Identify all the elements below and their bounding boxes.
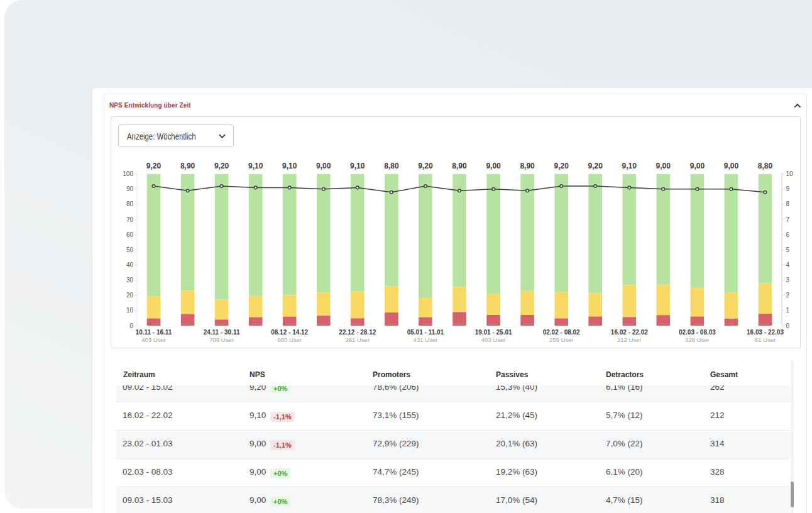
svg-text:10: 10	[786, 170, 794, 177]
svg-text:1: 1	[786, 307, 790, 314]
svg-text:61 User: 61 User	[755, 336, 776, 343]
svg-text:256 User: 256 User	[549, 336, 574, 343]
svg-text:8,80: 8,80	[758, 162, 773, 170]
svg-text:9,20: 9,20	[146, 162, 162, 170]
svg-text:5: 5	[786, 246, 790, 253]
svg-text:40: 40	[126, 262, 134, 268]
svg-text:90: 90	[126, 185, 134, 192]
svg-text:9,10: 9,10	[248, 162, 263, 170]
svg-text:9,00: 9,00	[486, 162, 501, 170]
svg-text:3: 3	[786, 277, 790, 284]
svg-text:660 User: 660 User	[277, 336, 302, 343]
svg-text:9,00: 9,00	[656, 162, 671, 170]
svg-text:212 User: 212 User	[617, 336, 642, 343]
svg-text:8,90: 8,90	[452, 162, 467, 170]
svg-text:0: 0	[786, 323, 790, 329]
svg-text:9,20: 9,20	[214, 162, 229, 170]
svg-text:8,90: 8,90	[180, 162, 195, 170]
svg-text:4: 4	[786, 262, 790, 268]
svg-text:24.11 - 30.11: 24.11 - 30.11	[204, 329, 240, 336]
svg-text:9,00: 9,00	[316, 162, 331, 170]
svg-text:0: 0	[129, 323, 133, 329]
svg-text:50: 50	[126, 246, 134, 253]
svg-text:08.12 - 14.12: 08.12 - 14.12	[271, 329, 308, 336]
svg-text:02.02 - 08.02: 02.02 - 08.02	[543, 329, 580, 336]
svg-text:22.12 - 28.12: 22.12 - 28.12	[339, 329, 376, 336]
svg-text:02.03 - 08.03: 02.03 - 08.03	[679, 329, 716, 336]
svg-text:9,10: 9,10	[622, 162, 637, 170]
svg-text:60: 60	[126, 231, 134, 238]
svg-text:16.02 - 22.02: 16.02 - 22.02	[611, 329, 648, 336]
svg-text:80: 80	[126, 201, 134, 207]
svg-text:10: 10	[126, 307, 134, 314]
svg-text:10.11 - 16.11: 10.11 - 16.11	[136, 329, 172, 336]
svg-text:6: 6	[786, 231, 790, 238]
svg-text:261 User: 261 User	[346, 336, 370, 343]
svg-text:403 User: 403 User	[141, 336, 166, 343]
svg-text:9,20: 9,20	[418, 162, 433, 170]
svg-text:8,90: 8,90	[520, 162, 535, 170]
svg-text:19.01 - 25.01: 19.01 - 25.01	[475, 329, 512, 336]
svg-text:9,20: 9,20	[554, 162, 569, 170]
svg-text:9,00: 9,00	[724, 162, 739, 170]
svg-text:70: 70	[126, 216, 134, 223]
svg-text:9,00: 9,00	[690, 162, 705, 170]
svg-text:100: 100	[123, 170, 133, 177]
svg-text:9,10: 9,10	[282, 162, 297, 170]
svg-text:9: 9	[786, 185, 790, 192]
svg-text:20: 20	[126, 292, 134, 299]
svg-text:328 User: 328 User	[685, 336, 710, 343]
svg-text:2: 2	[786, 292, 790, 299]
svg-text:9,10: 9,10	[350, 162, 365, 170]
svg-text:8: 8	[786, 201, 790, 207]
svg-text:30: 30	[126, 277, 134, 284]
svg-text:431 User: 431 User	[414, 336, 438, 343]
svg-text:7: 7	[786, 216, 790, 223]
svg-text:05.01 - 11.01: 05.01 - 11.01	[407, 329, 444, 336]
svg-text:403 User: 403 User	[481, 336, 506, 343]
svg-text:9,20: 9,20	[588, 162, 603, 170]
svg-text:16.03 - 22.03: 16.03 - 22.03	[747, 329, 784, 336]
svg-text:8,80: 8,80	[384, 162, 399, 170]
svg-text:708 User: 708 User	[209, 336, 234, 343]
